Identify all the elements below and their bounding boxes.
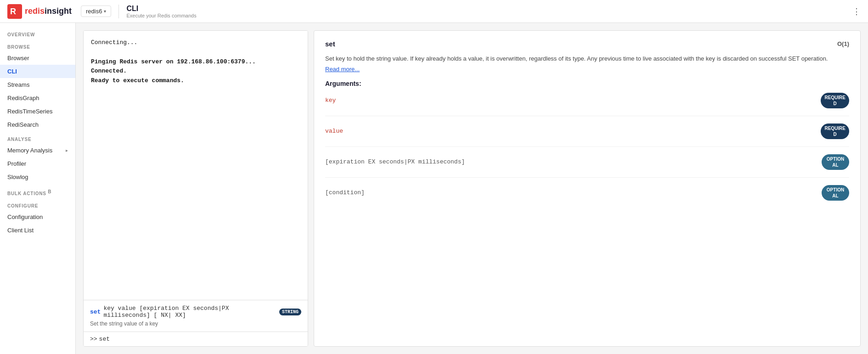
divider (118, 5, 119, 18)
sidebar-item-browser[interactable]: Browser (0, 51, 75, 65)
expand-icon: ▸ (66, 148, 68, 153)
section-label-bulk-actions: BULK ACTIONS β (0, 184, 75, 198)
arg-row-expiration: [expiration EX seconds|PX milliseconds] … (325, 154, 849, 170)
sidebar-item-label-cli: CLI (7, 68, 17, 75)
arg-badge-value: REQUIRED (821, 124, 849, 139)
cli-panels: Connecting... Pinging Redis server on 19… (83, 30, 861, 347)
sidebar: OVERVIEW BROWSE Browser CLI Streams Redi… (0, 23, 76, 354)
arg-name-expiration: [expiration EX seconds|PX milliseconds] (325, 157, 465, 167)
sidebar-item-label-redisgraph: RedisGraph (7, 95, 39, 101)
section-label-configure: CONFIGURE (0, 198, 75, 210)
logo-text: redisinsight (25, 6, 72, 16)
docs-command-name: set (325, 40, 335, 48)
sidebar-item-memory-analysis[interactable]: Memory Analysis ▸ (0, 144, 75, 157)
arg-badge-condition: OPTIONAL (822, 185, 849, 201)
autocomplete-keyword: set (90, 309, 101, 315)
terminal-prompt: >> (90, 336, 97, 343)
arg-divider-2 (325, 146, 849, 147)
db-name: redis6 (86, 8, 102, 15)
terminal-line-connected: Connected. (91, 67, 300, 76)
sidebar-item-streams[interactable]: Streams (0, 78, 75, 91)
page-title: CLI (126, 5, 196, 13)
arg-divider-3 (325, 177, 849, 178)
main-layout: OVERVIEW BROWSE Browser CLI Streams Redi… (0, 23, 868, 354)
sidebar-item-label-slowlog: Slowlog (7, 174, 28, 180)
terminal-panel: Connecting... Pinging Redis server on 19… (83, 30, 308, 347)
sidebar-item-label-redistimeseries: RedisTimeSeries (7, 108, 53, 115)
arg-badge-expiration: OPTIONAL (822, 154, 849, 170)
terminal-output: Connecting... Pinging Redis server on 19… (84, 31, 308, 300)
arguments-list: key REQUIRED value REQUIRED [expiration … (325, 93, 849, 201)
db-selector[interactable]: redis6 ▾ (81, 6, 111, 17)
sidebar-item-label-redisearch: RediSearch (7, 121, 39, 128)
page-info: CLI Execute your Redis commands (126, 5, 196, 18)
section-label-analyse: ANALYSE (0, 131, 75, 144)
sidebar-item-label-browser: Browser (7, 55, 29, 62)
arg-divider-1 (325, 116, 849, 116)
sidebar-item-redisgraph[interactable]: RedisGraph (0, 91, 75, 105)
sidebar-item-slowlog[interactable]: Slowlog (0, 170, 75, 184)
sidebar-item-label-streams: Streams (7, 81, 29, 88)
sidebar-item-label-client-list: Client List (7, 227, 34, 234)
terminal-line-1: Connecting... (91, 38, 300, 48)
section-label-browse: BROWSE (0, 39, 75, 51)
autocomplete-command-line: set key value [expiration EX seconds|PX … (90, 305, 301, 319)
chevron-down-icon: ▾ (104, 9, 106, 14)
arg-name-key: key (325, 95, 336, 106)
terminal-input[interactable] (99, 336, 301, 343)
section-label-overview: OVERVIEW (0, 27, 75, 39)
sidebar-item-label-profiler: Profiler (7, 160, 26, 167)
sidebar-item-redisearch[interactable]: RediSearch (0, 118, 75, 131)
docs-description: Set key to hold the string value. If key… (325, 54, 849, 64)
topbar: R redisinsight redis6 ▾ CLI Execute your… (0, 0, 868, 23)
autocomplete-type-badge: STRING (279, 309, 301, 315)
docs-read-more-link[interactable]: Read more... (325, 66, 849, 73)
arg-badge-key: REQUIRED (821, 93, 849, 108)
arg-row-key: key REQUIRED (325, 93, 849, 108)
docs-panel: set O(1) Set key to hold the string valu… (314, 30, 861, 347)
arg-name-value: value (325, 126, 343, 136)
docs-arguments-label: Arguments: (325, 80, 849, 87)
arg-row-condition: [condition] OPTIONAL (325, 185, 849, 201)
terminal-line-pinging: Pinging Redis server on 192.168.86.100:6… (91, 57, 300, 67)
sidebar-item-profiler[interactable]: Profiler (0, 157, 75, 170)
page-subtitle: Execute your Redis commands (126, 13, 196, 18)
terminal-line-ready: Ready to execute commands. (91, 76, 300, 86)
docs-complexity: O(1) (837, 40, 849, 47)
sidebar-item-configuration[interactable]: Configuration (0, 210, 75, 224)
docs-header: set O(1) (325, 40, 849, 48)
sidebar-item-cli[interactable]: CLI (0, 65, 75, 78)
content-area: Connecting... Pinging Redis server on 19… (76, 23, 868, 354)
svg-text:R: R (10, 7, 16, 16)
autocomplete-description: Set the string value of a key (90, 320, 301, 327)
redis-logo-icon: R (7, 4, 22, 19)
sidebar-item-client-list[interactable]: Client List (0, 224, 75, 237)
arg-row-value: value REQUIRED (325, 124, 849, 139)
terminal-line-blank (91, 48, 300, 57)
autocomplete-panel: set key value [expiration EX seconds|PX … (84, 300, 308, 332)
autocomplete-args: key value [expiration EX seconds|PX mill… (103, 305, 275, 319)
logo: R redisinsight (7, 4, 72, 19)
sidebar-item-redistimeseries[interactable]: RedisTimeSeries (0, 105, 75, 118)
sidebar-item-label-memory-analysis: Memory Analysis (7, 147, 52, 154)
terminal-input-row[interactable]: >> (84, 332, 308, 346)
arg-name-condition: [condition] (325, 187, 365, 198)
menu-button[interactable]: ⋮ (852, 6, 861, 17)
sidebar-item-label-configuration: Configuration (7, 214, 43, 220)
